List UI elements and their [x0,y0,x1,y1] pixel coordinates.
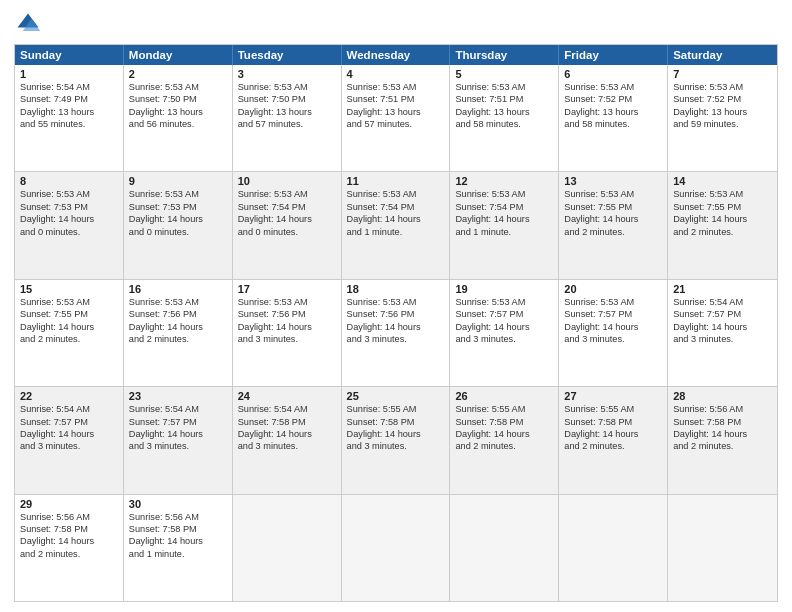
calendar-cell [450,495,559,601]
day-number: 5 [455,68,553,80]
day-info-line: Sunrise: 5:53 AM [673,81,772,93]
day-info-line: Daylight: 13 hours [673,106,772,118]
calendar-cell [233,495,342,601]
day-info-line: Sunset: 7:54 PM [455,201,553,213]
day-number: 25 [347,390,445,402]
calendar-header: SundayMondayTuesdayWednesdayThursdayFrid… [15,45,777,65]
day-info-line: Daylight: 14 hours [564,213,662,225]
day-info-line: Daylight: 14 hours [673,321,772,333]
calendar-row-4: 22Sunrise: 5:54 AMSunset: 7:57 PMDayligh… [15,387,777,494]
calendar-cell: 15Sunrise: 5:53 AMSunset: 7:55 PMDayligh… [15,280,124,386]
day-number: 4 [347,68,445,80]
day-info-line: Sunrise: 5:53 AM [347,188,445,200]
day-info-line: Daylight: 14 hours [455,428,553,440]
calendar-cell: 6Sunrise: 5:53 AMSunset: 7:52 PMDaylight… [559,65,668,171]
calendar-cell: 26Sunrise: 5:55 AMSunset: 7:58 PMDayligh… [450,387,559,493]
day-number: 18 [347,283,445,295]
calendar-cell: 24Sunrise: 5:54 AMSunset: 7:58 PMDayligh… [233,387,342,493]
day-info-line: Sunrise: 5:53 AM [129,81,227,93]
day-number: 2 [129,68,227,80]
day-number: 30 [129,498,227,510]
day-number: 27 [564,390,662,402]
day-info-line: and 3 minutes. [20,440,118,452]
header-cell-wednesday: Wednesday [342,45,451,65]
day-number: 16 [129,283,227,295]
day-info-line: Sunset: 7:50 PM [129,93,227,105]
calendar-row-2: 8Sunrise: 5:53 AMSunset: 7:53 PMDaylight… [15,172,777,279]
day-info-line: and 2 minutes. [673,440,772,452]
day-info-line: Daylight: 14 hours [20,213,118,225]
day-info-line: Sunrise: 5:53 AM [20,188,118,200]
day-info-line: Daylight: 14 hours [129,428,227,440]
day-info-line: and 3 minutes. [564,333,662,345]
day-info-line: Sunrise: 5:53 AM [238,188,336,200]
calendar-row-3: 15Sunrise: 5:53 AMSunset: 7:55 PMDayligh… [15,280,777,387]
day-info-line: and 2 minutes. [673,226,772,238]
day-info-line: Daylight: 14 hours [129,213,227,225]
day-info-line: Sunrise: 5:56 AM [673,403,772,415]
day-info-line: and 2 minutes. [129,333,227,345]
day-info-line: Sunset: 7:56 PM [238,308,336,320]
day-info-line: and 57 minutes. [238,118,336,130]
day-info-line: Daylight: 14 hours [347,321,445,333]
day-info-line: Daylight: 13 hours [238,106,336,118]
day-number: 10 [238,175,336,187]
day-info-line: Sunset: 7:53 PM [129,201,227,213]
day-info-line: and 57 minutes. [347,118,445,130]
day-info-line: Daylight: 14 hours [20,321,118,333]
day-info-line: Sunrise: 5:53 AM [564,81,662,93]
day-info-line: Sunset: 7:57 PM [455,308,553,320]
day-info-line: and 0 minutes. [238,226,336,238]
day-info-line: Sunrise: 5:54 AM [673,296,772,308]
day-number: 13 [564,175,662,187]
calendar-cell: 27Sunrise: 5:55 AMSunset: 7:58 PMDayligh… [559,387,668,493]
day-info-line: and 3 minutes. [455,333,553,345]
header-cell-monday: Monday [124,45,233,65]
calendar-cell: 12Sunrise: 5:53 AMSunset: 7:54 PMDayligh… [450,172,559,278]
day-info-line: Daylight: 14 hours [455,321,553,333]
calendar-body: 1Sunrise: 5:54 AMSunset: 7:49 PMDaylight… [15,65,777,601]
day-info-line: and 3 minutes. [347,333,445,345]
day-info-line: and 58 minutes. [564,118,662,130]
day-info-line: and 59 minutes. [673,118,772,130]
day-info-line: Daylight: 13 hours [20,106,118,118]
day-info-line: Sunrise: 5:53 AM [129,188,227,200]
day-info-line: Sunset: 7:51 PM [347,93,445,105]
day-info-line: Sunrise: 5:53 AM [347,81,445,93]
day-info-line: Sunrise: 5:53 AM [564,188,662,200]
day-info-line: and 3 minutes. [129,440,227,452]
day-info-line: Daylight: 14 hours [564,428,662,440]
day-number: 14 [673,175,772,187]
day-info-line: Sunrise: 5:54 AM [20,403,118,415]
calendar-cell: 28Sunrise: 5:56 AMSunset: 7:58 PMDayligh… [668,387,777,493]
day-info-line: Sunset: 7:58 PM [20,523,118,535]
day-info-line: Sunrise: 5:53 AM [564,296,662,308]
day-info-line: Sunrise: 5:55 AM [347,403,445,415]
calendar-cell: 19Sunrise: 5:53 AMSunset: 7:57 PMDayligh… [450,280,559,386]
calendar-cell: 30Sunrise: 5:56 AMSunset: 7:58 PMDayligh… [124,495,233,601]
day-info-line: Sunrise: 5:53 AM [455,296,553,308]
day-number: 24 [238,390,336,402]
header-cell-tuesday: Tuesday [233,45,342,65]
day-info-line: and 3 minutes. [238,333,336,345]
calendar-cell: 11Sunrise: 5:53 AMSunset: 7:54 PMDayligh… [342,172,451,278]
calendar-cell: 13Sunrise: 5:53 AMSunset: 7:55 PMDayligh… [559,172,668,278]
day-info-line: and 2 minutes. [455,440,553,452]
day-info-line: Sunset: 7:55 PM [673,201,772,213]
calendar-cell: 10Sunrise: 5:53 AMSunset: 7:54 PMDayligh… [233,172,342,278]
header-cell-thursday: Thursday [450,45,559,65]
calendar-cell: 16Sunrise: 5:53 AMSunset: 7:56 PMDayligh… [124,280,233,386]
day-info-line: and 2 minutes. [20,548,118,560]
calendar-cell: 29Sunrise: 5:56 AMSunset: 7:58 PMDayligh… [15,495,124,601]
calendar-cell: 20Sunrise: 5:53 AMSunset: 7:57 PMDayligh… [559,280,668,386]
day-info-line: and 2 minutes. [564,440,662,452]
day-info-line: and 3 minutes. [673,333,772,345]
day-number: 23 [129,390,227,402]
day-info-line: Daylight: 14 hours [347,213,445,225]
day-info-line: and 2 minutes. [564,226,662,238]
day-info-line: Sunset: 7:57 PM [564,308,662,320]
calendar-row-1: 1Sunrise: 5:54 AMSunset: 7:49 PMDaylight… [15,65,777,172]
day-info-line: Daylight: 13 hours [564,106,662,118]
day-info-line: Sunrise: 5:55 AM [455,403,553,415]
header-cell-saturday: Saturday [668,45,777,65]
